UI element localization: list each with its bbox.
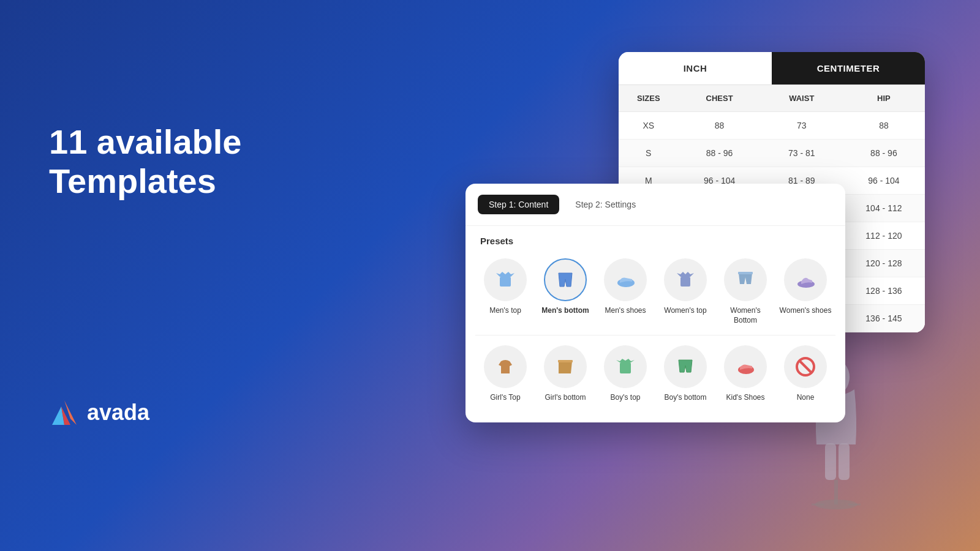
table-row: S 88 - 96 73 - 81 88 - 96 (619, 140, 925, 167)
steps-bar: Step 1: Content Step 2: Settings (466, 184, 845, 226)
preset-icon-wrap-girls-bottom (544, 345, 587, 388)
preset-item-mens-top[interactable]: Men's top (475, 251, 535, 332)
cell-hip: 88 - 96 (843, 140, 925, 167)
preset-item-mens-shoes[interactable]: Men's shoes (595, 251, 655, 332)
preset-icon-wrap-boys-bottom (664, 345, 707, 388)
preset-item-kids-shoes[interactable]: Kid's Shoes (715, 338, 775, 410)
svg-rect-10 (620, 362, 631, 373)
preset-icon-wrap-womens-top (664, 258, 707, 301)
unit-tab-bar: INCH CENTIMETER (619, 52, 925, 85)
preset-icon-wrap-womens-bottom (724, 258, 767, 301)
preset-item-girls-top[interactable]: Girl's Top (475, 338, 535, 410)
avada-logo-icon (49, 397, 80, 428)
cell-hip: 96 - 104 (843, 167, 925, 195)
svg-rect-15 (825, 443, 836, 480)
col-hip: HIP (843, 85, 925, 112)
col-sizes: SIZES (619, 85, 679, 112)
cell-chest: 88 - 96 (679, 140, 761, 167)
cell-waist: 73 (761, 112, 843, 140)
row-divider (475, 335, 835, 335)
svg-rect-7 (738, 272, 753, 274)
cell-hip: 88 (843, 112, 925, 140)
preset-icon-wrap-womens-shoes (784, 258, 827, 301)
preset-label-mens-top: Men's top (489, 306, 521, 316)
cell-waist: 73 - 81 (761, 140, 843, 167)
step1-button[interactable]: Step 1: Content (478, 195, 559, 214)
preset-item-girls-bottom[interactable]: Girl's bottom (535, 338, 595, 410)
preset-label-mens-shoes: Men's shoes (605, 306, 646, 316)
presets-section-label: Presets (466, 226, 845, 251)
table-row: XS 88 73 88 (619, 112, 925, 140)
cell-hip: 128 - 136 (843, 277, 925, 305)
preset-item-boys-bottom[interactable]: Boy's bottom (655, 338, 715, 410)
cell-hip: 136 - 145 (843, 305, 925, 332)
preset-label-none: None (797, 393, 815, 403)
preset-icon-wrap-kids-shoes (724, 345, 767, 388)
cell-size: XS (619, 112, 679, 140)
col-chest: CHEST (679, 85, 761, 112)
svg-line-13 (799, 361, 812, 373)
preset-label-kids-shoes: Kid's Shoes (726, 393, 765, 403)
preset-icon-wrap-mens-top (484, 258, 527, 301)
centimeter-tab[interactable]: CENTIMETER (772, 52, 925, 84)
svg-rect-4 (500, 277, 511, 287)
preset-label-boys-bottom: Boy's bottom (665, 393, 707, 403)
cell-chest: 88 (679, 112, 761, 140)
cell-size: S (619, 140, 679, 167)
preset-label-boys-top: Boy's top (611, 393, 641, 403)
step2-button[interactable]: Step 2: Settings (564, 195, 647, 214)
inch-tab[interactable]: INCH (619, 52, 772, 84)
preset-label-girls-top: Girl's Top (490, 393, 520, 403)
presets-grid-row1: Men's topMen's bottomMen's shoesWomen's … (466, 251, 845, 332)
preset-label-womens-shoes: Women's shoes (780, 306, 832, 316)
preset-icon-wrap-girls-top (484, 345, 527, 388)
preset-label-womens-top: Women's top (664, 306, 706, 316)
logo-text: avada (87, 400, 149, 425)
preset-icon-wrap-boys-top (604, 345, 647, 388)
preset-icon-wrap-mens-bottom (544, 258, 587, 301)
cell-hip: 112 - 120 (843, 222, 925, 250)
left-panel: 11 available Templates avada (49, 122, 241, 428)
preset-icon-wrap-none (784, 345, 827, 388)
main-title: 11 available Templates (49, 122, 241, 201)
preset-label-womens-bottom: Women's Bottom (719, 306, 772, 325)
preset-item-womens-top[interactable]: Women's top (655, 251, 715, 332)
preset-icon-wrap-mens-shoes (604, 258, 647, 301)
logo-area: avada (49, 397, 241, 428)
preset-item-none[interactable]: None (775, 338, 835, 410)
preset-item-mens-bottom[interactable]: Men's bottom (535, 251, 595, 332)
preset-label-mens-bottom: Men's bottom (541, 306, 589, 316)
cell-hip: 120 - 128 (843, 250, 925, 277)
col-waist: WAIST (761, 85, 843, 112)
preset-item-womens-shoes[interactable]: Women's shoes (775, 251, 835, 332)
preset-label-girls-bottom: Girl's bottom (545, 393, 586, 403)
svg-rect-6 (680, 277, 690, 287)
preset-item-womens-bottom[interactable]: Women's Bottom (715, 251, 775, 332)
presets-grid-row2: Girl's TopGirl's bottomBoy's topBoy's bo… (466, 338, 845, 410)
preset-item-boys-top[interactable]: Boy's top (595, 338, 655, 410)
cell-hip: 104 - 112 (843, 195, 925, 222)
presets-card: Step 1: Content Step 2: Settings Presets… (466, 184, 845, 422)
svg-rect-16 (839, 443, 850, 480)
svg-rect-9 (558, 360, 573, 362)
